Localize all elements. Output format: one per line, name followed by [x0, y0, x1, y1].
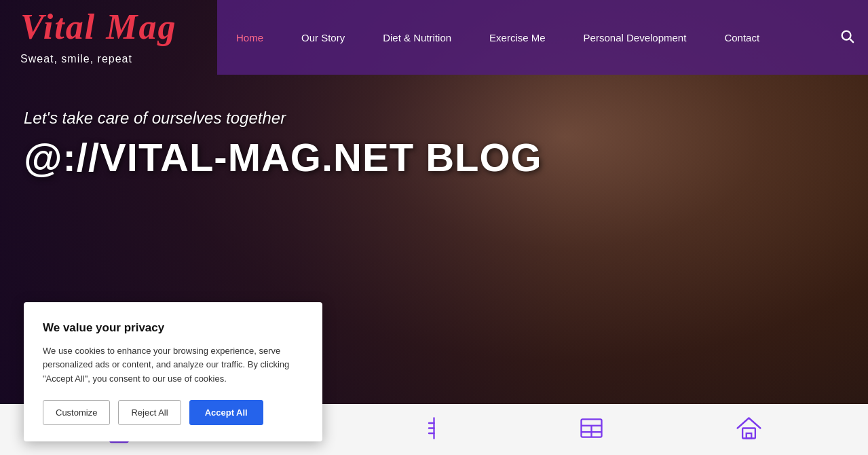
icon-item-table	[576, 413, 607, 446]
icon-item-fitness	[419, 413, 449, 446]
hero-title: @://VITAL-MAG.NET BLOG	[24, 136, 542, 179]
hero-content: Let's take care of ourselves together @:…	[24, 109, 542, 179]
hero-subtitle: Let's take care of ourselves together	[24, 109, 542, 128]
customize-button[interactable]: Customize	[43, 400, 110, 425]
site-logo: Vital Mag	[20, 10, 197, 45]
nav-diet-nutrition[interactable]: Diet & Nutrition	[364, 0, 470, 75]
icon-item-home	[734, 413, 764, 446]
nav-home[interactable]: Home	[217, 0, 282, 75]
cookie-body: We use cookies to enhance your browsing …	[43, 344, 303, 386]
svg-rect-18	[746, 433, 751, 439]
table-icon	[576, 413, 607, 446]
nav-exercise-me[interactable]: Exercise Me	[470, 0, 565, 75]
logo-area: Vital Mag Sweat, smile, repeat	[0, 0, 217, 75]
cookie-buttons: Customize Reject All Accept All	[43, 400, 303, 425]
hero-section: Vital Mag Sweat, smile, repeat Home Our …	[0, 0, 868, 455]
search-button[interactable]	[826, 0, 868, 75]
nav-links: Home Our Story Diet & Nutrition Exercise…	[217, 0, 826, 75]
navbar: Vital Mag Sweat, smile, repeat Home Our …	[0, 0, 868, 75]
fitness-icon	[419, 413, 449, 446]
home-icon	[734, 413, 764, 446]
accept-all-button[interactable]: Accept All	[189, 400, 263, 425]
svg-line-1	[850, 39, 853, 42]
reject-all-button[interactable]: Reject All	[118, 400, 181, 425]
nav-personal-development[interactable]: Personal Development	[565, 0, 706, 75]
nav-our-story[interactable]: Our Story	[282, 0, 364, 75]
nav-contact[interactable]: Contact	[705, 0, 778, 75]
cookie-banner: We value your privacy We use cookies to …	[24, 302, 322, 441]
search-icon	[839, 29, 854, 47]
logo-tagline: Sweat, smile, repeat	[20, 53, 197, 65]
cookie-title: We value your privacy	[43, 321, 303, 335]
